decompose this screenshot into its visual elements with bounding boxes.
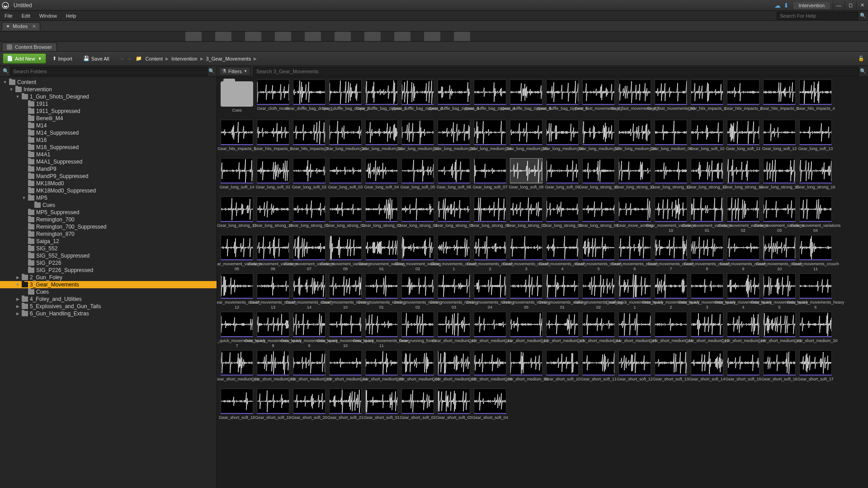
toolbar-button[interactable]	[245, 32, 261, 42]
menu-file[interactable]: File	[0, 12, 17, 19]
sound-asset[interactable]: Gear_long_strong_18	[256, 197, 290, 233]
toolbar-button[interactable]	[394, 32, 410, 42]
sound-asset[interactable]: Gear_long_strong_10	[581, 158, 616, 195]
close-button[interactable]: ✕	[856, 1, 868, 10]
sound-asset[interactable]: Gear_movement_walking 01	[364, 235, 399, 272]
menu-edit[interactable]: Edit	[17, 12, 35, 19]
sound-asset[interactable]: Gear_movements_crouch 1	[437, 235, 471, 272]
sound-asset[interactable]: Gear_short_soft_17	[798, 350, 833, 387]
sound-asset[interactable]: Gear_short_medium_14	[581, 312, 616, 348]
tree-item[interactable]: ▼MP5	[0, 194, 217, 202]
content-browser-tab[interactable]: Content Browser	[2, 42, 57, 51]
sound-asset[interactable]: Gear_hits_impacts_6	[256, 120, 290, 156]
tree-item[interactable]: ▼Content	[0, 79, 217, 86]
sound-asset[interactable]: Gear_short_medium_20	[798, 312, 833, 348]
triangle-right-icon[interactable]: ▶	[15, 304, 20, 309]
triangle-down-icon[interactable]: ▼	[22, 196, 26, 200]
sound-asset[interactable]: Gear_long_strong_07	[509, 197, 543, 233]
modes-tab[interactable]: ✦ Modes ✕	[2, 22, 40, 30]
triangle-right-icon[interactable]: ▶	[15, 275, 20, 280]
sound-asset[interactable]: Gear_movements_crouch 7	[654, 235, 688, 272]
sound-asset[interactable]: Gear_long_medium_08	[618, 120, 652, 156]
triangle-down-icon[interactable]: ▼	[15, 94, 20, 99]
sound-asset[interactable]: Gear_long_medium_10	[328, 120, 363, 156]
sound-asset[interactable]: Gear_cloth_move	[256, 80, 290, 118]
tree-item[interactable]: M4A1	[0, 151, 217, 158]
toolbar-button[interactable]	[454, 32, 470, 42]
sound-asset[interactable]: Gear_movement_variations 09	[328, 235, 363, 272]
sound-asset[interactable]: Gear_short_medium_17	[690, 312, 724, 348]
sound-asset[interactable]: Gear_quick_movements_heavy 11	[364, 312, 399, 348]
sound-asset[interactable]: Gear_hits_impacts_7	[292, 120, 326, 156]
tree-item[interactable]: MK18Mod0_Suppressed	[0, 187, 217, 194]
sound-asset[interactable]: Gear_short_medium_13	[545, 312, 580, 348]
tree-item[interactable]: Remington_700_Suppressed	[0, 223, 217, 230]
tree-item[interactable]: SIG_P226_Suppressed	[0, 267, 217, 274]
sound-asset[interactable]: Gear_long_medium_02	[401, 120, 435, 156]
sound-asset[interactable]: Gear_long_medium_07	[581, 120, 616, 156]
tree-item[interactable]: M14_Suppressed	[0, 129, 217, 136]
sound-asset[interactable]: Gear_hits_impacts_4	[798, 80, 833, 118]
tree-item[interactable]: ▼Intervention	[0, 86, 217, 93]
sound-asset[interactable]: Gear_short_soft_20	[292, 389, 326, 425]
sound-asset[interactable]: Gear_short_soft_02	[401, 389, 435, 425]
sound-asset[interactable]: Gear_long_soft_05	[401, 158, 435, 195]
nav-forward-button[interactable]: →	[127, 56, 132, 61]
tree-item[interactable]: SIG_P226	[0, 259, 217, 267]
close-icon[interactable]: ✕	[32, 23, 36, 29]
sound-asset[interactable]: Gear_short_medium_15	[618, 312, 652, 348]
sound-asset[interactable]: Gear_short_soft_15	[726, 350, 760, 387]
folder-asset[interactable]: Cues	[220, 80, 254, 118]
sound-asset[interactable]: Gear_long_strong_12	[654, 158, 688, 195]
tree-item[interactable]: M16	[0, 136, 217, 144]
sound-asset[interactable]: Gear_long_soft_02	[292, 158, 326, 195]
tree-item[interactable]: M4A1_Suppressed	[0, 158, 217, 165]
triangle-down-icon[interactable]: ▼	[9, 87, 14, 92]
minimize-button[interactable]: —	[833, 1, 844, 10]
sound-asset[interactable]: Gear_short_soft_18	[220, 389, 254, 425]
sound-asset[interactable]: Gear_hits_impacts_5	[220, 120, 254, 156]
sound-asset[interactable]: Gear_movement_variations 04	[798, 197, 833, 233]
sound-asset[interactable]: Gear_movements_crouch 2	[473, 235, 507, 272]
menu-window[interactable]: Window	[35, 12, 61, 19]
asset-search-input[interactable]	[253, 67, 859, 76]
sound-asset[interactable]: Gear_long_strong_08	[545, 197, 580, 233]
sound-asset[interactable]: Gear_short_soft_16	[762, 350, 797, 387]
sound-asset[interactable]: Gear_movements_crouch 3	[509, 235, 543, 272]
tree-item[interactable]: MandP9	[0, 165, 217, 173]
sound-asset[interactable]: Gear_long_strong_11	[618, 158, 652, 195]
sound-asset[interactable]: Gear_short_medium_12	[509, 312, 543, 348]
tree-item[interactable]: Cues	[0, 202, 217, 209]
sound-asset[interactable]: Gear_short_soft_14	[690, 350, 724, 387]
sound-asset[interactable]: Gear_long_soft_14	[220, 158, 254, 195]
sound-asset[interactable]: Gear_movements_crouch 8	[690, 235, 724, 272]
sound-asset[interactable]: Gear_short_soft_12	[618, 350, 652, 387]
sound-asset[interactable]: Gear_long_soft_01	[256, 158, 290, 195]
sound-asset[interactable]: Gear_long_strong_04	[401, 197, 435, 233]
sound-asset[interactable]: Gear_short_medium_11	[473, 312, 507, 348]
sound-asset[interactable]: Gear_long_soft_03	[328, 158, 363, 195]
download-icon[interactable]: ⬇	[783, 2, 789, 9]
tree-item[interactable]: ▶6_Gun_Handling_Extras	[0, 310, 217, 317]
tree-item[interactable]: MandP9_Suppressed	[0, 173, 217, 180]
tree-item[interactable]: Cues	[0, 288, 217, 296]
sound-asset[interactable]: Gear_movements_crouch 13	[256, 273, 290, 310]
sound-asset[interactable]: Gear_movements_crouch 4	[545, 235, 580, 272]
triangle-right-icon[interactable]: ▶	[15, 311, 20, 316]
tree-item[interactable]: ▼3_Gear_Movements	[0, 281, 217, 288]
tree-item[interactable]: MP5_Suppressed	[0, 209, 217, 216]
sound-asset[interactable]: Gear_long_strong_02	[328, 197, 363, 233]
sound-asset[interactable]: Gear_short_medium_16	[654, 312, 688, 348]
sound-asset[interactable]: Gear_long_strong_01	[292, 197, 326, 233]
sound-asset[interactable]: Gear_short_soft_04	[473, 389, 507, 425]
sound-asset[interactable]: Gear_long_strong_09	[581, 197, 616, 233]
sound-asset[interactable]: Gear_short_soft_13	[654, 350, 688, 387]
sound-asset[interactable]: Gear_long_soft_11	[726, 120, 760, 156]
sound-asset[interactable]: Gear_short_medium_01	[220, 350, 254, 387]
tree-item[interactable]: ▶2_Gun_Foley	[0, 274, 217, 281]
sound-asset[interactable]: Gear_movement_walking 02	[401, 235, 435, 272]
sound-asset[interactable]: Gear_short_medium_04	[328, 350, 363, 387]
sound-asset[interactable]: Gear_short_medium_09	[509, 350, 543, 387]
sound-asset[interactable]: Gear_short_medium_05	[364, 350, 399, 387]
lock-icon[interactable]: 🔓	[858, 56, 864, 61]
